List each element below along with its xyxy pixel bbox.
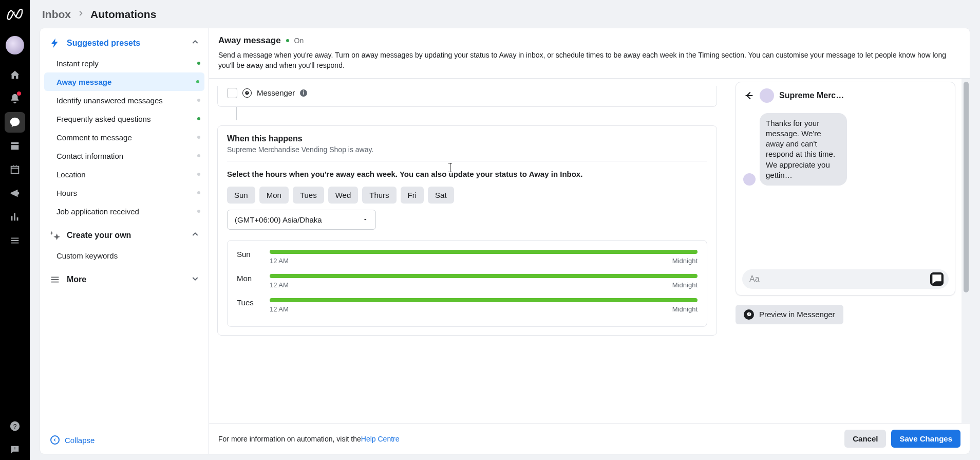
content-scrollbar[interactable] [962, 79, 970, 423]
footer: For more information on automation, visi… [209, 423, 970, 454]
preset-instant-reply[interactable]: Instant reply [40, 54, 209, 72]
breadcrumb-parent[interactable]: Inbox [42, 8, 71, 21]
when-title: When this happens [227, 134, 707, 143]
create-your-own-header[interactable]: Create your own [40, 220, 209, 246]
suggested-presets-header[interactable]: Suggested presets [40, 28, 209, 54]
nav-insights-icon[interactable] [5, 207, 25, 227]
profile-avatar[interactable] [6, 36, 24, 54]
select-hours-label: Select the hours when you're away each w… [227, 169, 707, 179]
collapse-icon [50, 435, 60, 445]
nav-posts-icon[interactable] [5, 136, 25, 156]
composer-placeholder: Aa [749, 274, 930, 284]
cancel-button[interactable]: Cancel [844, 430, 886, 448]
status-dot-off [197, 99, 200, 102]
automation-status: On [294, 36, 304, 45]
help-centre-link[interactable]: Help Centre [361, 435, 400, 443]
save-button[interactable]: Save Changes [891, 430, 960, 448]
schedule-box: Sun 12 AMMidnight Mon 12 AMMi [227, 240, 707, 327]
preset-faq[interactable]: Frequently asked questions [40, 109, 209, 128]
status-dot-on [196, 80, 199, 83]
global-nav: ? ! [0, 0, 30, 460]
nav-notifications-icon[interactable] [5, 88, 25, 109]
automation-title: Away message [218, 35, 281, 46]
nav-ads-icon[interactable] [5, 183, 25, 204]
nav-feedback-icon[interactable]: ! [5, 439, 25, 460]
schedule-bar[interactable] [270, 298, 698, 302]
status-dot-off [197, 173, 200, 176]
text-cursor-caret [450, 163, 450, 172]
day-sat[interactable]: Sat [428, 187, 454, 204]
chevron-down-icon [191, 274, 199, 285]
preset-label: Identify unanswered messages [56, 96, 163, 105]
day-tues[interactable]: Tues [293, 187, 324, 204]
presets-sidebar: Suggested presets Instant reply Away mes… [40, 28, 209, 454]
preset-label: Comment to message [56, 133, 132, 142]
automations-panel: Suggested presets Instant reply Away mes… [40, 28, 970, 454]
preset-identify-unanswered[interactable]: Identify unanswered messages [40, 91, 209, 109]
messenger-icon [242, 88, 252, 98]
preview-in-messenger-button[interactable]: Preview in Messenger [736, 305, 843, 324]
schedule-end: Midnight [672, 257, 698, 265]
status-dot-on [197, 117, 200, 120]
nav-inbox-icon[interactable] [5, 112, 25, 133]
chevron-up-icon [191, 230, 199, 241]
nav-calendar-icon[interactable] [5, 159, 25, 180]
chevron-up-icon [191, 38, 199, 48]
back-arrow-icon[interactable] [743, 90, 755, 101]
messenger-icon [744, 309, 754, 320]
schedule-day: Tues [237, 298, 259, 307]
meta-logo [5, 4, 25, 25]
sparkle-icon [49, 230, 61, 241]
breadcrumb-current: Automations [90, 8, 156, 21]
notification-badge [17, 91, 21, 96]
preset-label: Hours [56, 189, 77, 197]
when-card: When this happens Supreme Merchandise Ve… [217, 125, 717, 336]
day-sun[interactable]: Sun [227, 187, 255, 204]
day-mon[interactable]: Mon [259, 187, 289, 204]
composer[interactable]: Aa [742, 269, 949, 289]
nav-home-icon[interactable] [5, 65, 25, 85]
messenger-label: Messenger [257, 88, 295, 97]
status-dot-off [197, 154, 200, 157]
caret-down-icon [362, 215, 368, 224]
day-fri[interactable]: Fri [401, 187, 424, 204]
preset-comment-to-message[interactable]: Comment to message [40, 128, 209, 146]
send-icon[interactable] [930, 272, 944, 286]
preset-location[interactable]: Location [40, 165, 209, 183]
preset-label: Custom keywords [56, 251, 118, 260]
day-wed[interactable]: Wed [328, 187, 359, 204]
preset-job-application[interactable]: Job application received [40, 202, 209, 220]
channel-card: Messenger i [217, 86, 717, 107]
collapse-sidebar-button[interactable]: Collapse [40, 428, 209, 454]
schedule-bar[interactable] [270, 250, 698, 254]
day-thurs[interactable]: Thurs [362, 187, 396, 204]
when-subtitle: Supreme Merchandise Vending Shop is away… [227, 145, 707, 154]
timezone-select[interactable]: (GMT+06:00) Asia/Dhaka [227, 210, 376, 230]
more-header[interactable]: More [40, 265, 209, 290]
info-icon[interactable]: i [300, 89, 307, 97]
status-dot-off [197, 136, 200, 139]
preset-custom-keywords[interactable]: Custom keywords [40, 246, 209, 265]
schedule-start: 12 AM [270, 305, 289, 313]
status-dot-on [197, 62, 200, 65]
schedule-end: Midnight [672, 281, 698, 289]
preset-away-message[interactable]: Away message [44, 72, 204, 91]
messenger-checkbox[interactable] [227, 88, 237, 98]
schedule-end: Midnight [672, 305, 698, 313]
nav-menu-icon[interactable] [5, 230, 25, 251]
page-avatar [760, 88, 774, 103]
schedule-bar[interactable] [270, 274, 698, 278]
create-your-own-title: Create your own [67, 231, 185, 240]
more-title: More [67, 275, 185, 284]
preset-label: Frequently asked questions [56, 115, 150, 123]
list-icon [49, 274, 61, 285]
main-region: Inbox Automations Suggested presets Inst… [30, 0, 980, 460]
automation-form[interactable]: Messenger i When this happens Supreme Me… [209, 79, 725, 423]
preset-hours[interactable]: Hours [40, 183, 209, 202]
timezone-value: (GMT+06:00) Asia/Dhaka [235, 215, 322, 224]
preset-contact-information[interactable]: Contact information [40, 146, 209, 165]
svg-text:?: ? [13, 423, 17, 430]
nav-help-icon[interactable]: ? [5, 416, 25, 436]
flow-connector [236, 107, 237, 120]
bubble-avatar [743, 173, 756, 186]
